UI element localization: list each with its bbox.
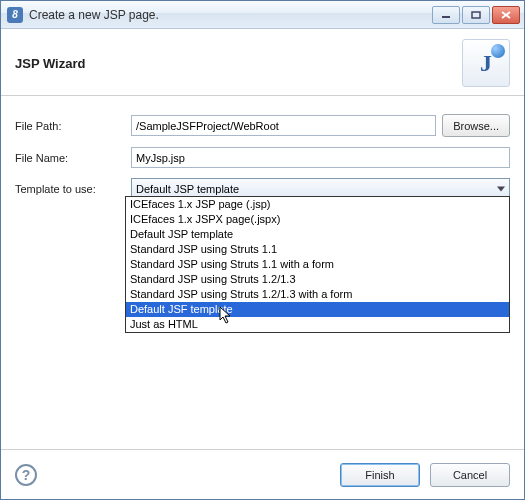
cancel-button[interactable]: Cancel [430, 463, 510, 487]
wizard-content: File Path: Browse... File Name: Template… [1, 96, 524, 449]
wizard-title: JSP Wizard [15, 56, 462, 71]
file-path-label: File Path: [15, 120, 125, 132]
wizard-footer: ? Finish Cancel [1, 449, 524, 499]
window-title: Create a new JSP page. [29, 8, 432, 22]
maximize-button[interactable] [462, 6, 490, 24]
chevron-down-icon [497, 186, 505, 191]
dropdown-item[interactable]: Standard JSP using Struts 1.1 with a for… [126, 257, 509, 272]
template-combo-value: Default JSP template [136, 183, 239, 195]
file-name-row: File Name: [15, 147, 510, 168]
close-icon [501, 11, 511, 19]
minimize-icon [441, 11, 451, 19]
jsp-icon: J [462, 39, 510, 87]
file-name-label: File Name: [15, 152, 125, 164]
window-controls [432, 6, 520, 24]
wizard-header: JSP Wizard J [1, 29, 524, 96]
dropdown-item[interactable]: Standard JSP using Struts 1.1 [126, 242, 509, 257]
dropdown-item[interactable]: Default JSF template [126, 302, 509, 317]
file-path-row: File Path: Browse... [15, 114, 510, 137]
dropdown-item[interactable]: ICEfaces 1.x JSPX page(.jspx) [126, 212, 509, 227]
titlebar: 8 Create a new JSP page. [1, 1, 524, 29]
dropdown-item[interactable]: Standard JSP using Struts 1.2/1.3 [126, 272, 509, 287]
dropdown-item[interactable]: Standard JSP using Struts 1.2/1.3 with a… [126, 287, 509, 302]
file-path-input[interactable] [131, 115, 436, 136]
close-button[interactable] [492, 6, 520, 24]
file-name-input[interactable] [131, 147, 510, 168]
template-label: Template to use: [15, 183, 125, 195]
dropdown-item[interactable]: Just as HTML [126, 317, 509, 332]
dropdown-item[interactable]: ICEfaces 1.x JSP page (.jsp) [126, 197, 509, 212]
help-icon[interactable]: ? [15, 464, 37, 486]
maximize-icon [471, 11, 481, 19]
minimize-button[interactable] [432, 6, 460, 24]
app-icon: 8 [7, 7, 23, 23]
finish-button[interactable]: Finish [340, 463, 420, 487]
browse-button[interactable]: Browse... [442, 114, 510, 137]
dropdown-item[interactable]: Default JSP template [126, 227, 509, 242]
dialog-window: 8 Create a new JSP page. JSP Wizard J Fi… [0, 0, 525, 500]
template-dropdown-list[interactable]: ICEfaces 1.x JSP page (.jsp)ICEfaces 1.x… [125, 196, 510, 333]
svg-rect-1 [472, 12, 480, 18]
